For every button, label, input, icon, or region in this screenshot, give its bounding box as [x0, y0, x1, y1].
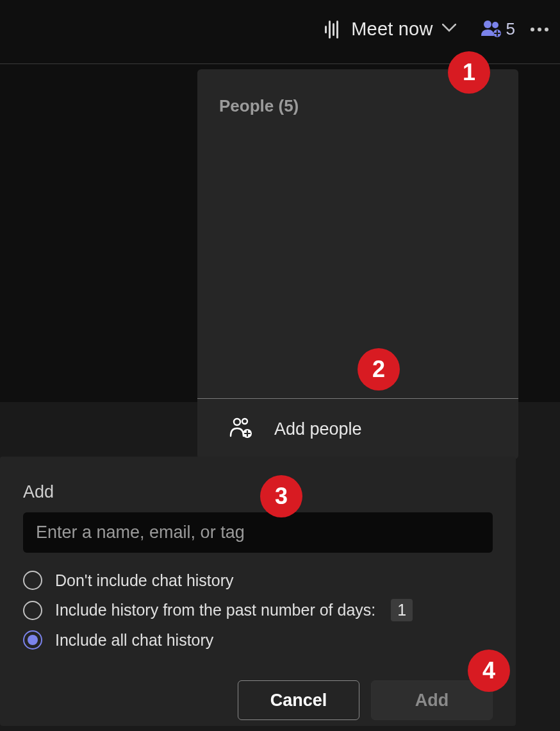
dialog-button-row: Cancel Add: [23, 680, 493, 720]
cancel-button[interactable]: Cancel: [238, 680, 359, 720]
add-people-input[interactable]: [23, 512, 493, 553]
meet-now-label[interactable]: Meet now: [351, 19, 432, 40]
radio-selected-icon: [23, 630, 42, 650]
chevron-down-icon[interactable]: [442, 24, 456, 35]
add-people-button[interactable]: Add people: [197, 399, 518, 459]
radio-no-history[interactable]: Don't include chat history: [23, 571, 493, 590]
annotation-marker-4: 4: [468, 650, 510, 692]
add-people-icon: [229, 417, 254, 441]
participants-count: 5: [506, 19, 515, 39]
radio-icon: [23, 571, 42, 590]
annotation-marker-1: 1: [448, 51, 490, 94]
radio-days-history[interactable]: Include history from the past number of …: [23, 599, 493, 621]
annotation-marker-3: 3: [260, 475, 302, 517]
audio-wave-icon: [325, 21, 338, 38]
people-add-icon: [481, 19, 502, 40]
people-list-area: [197, 143, 518, 398]
add-people-label: Add people: [274, 419, 362, 439]
more-options-button[interactable]: [531, 28, 548, 31]
history-radio-group: Don't include chat history Include histo…: [23, 571, 493, 650]
add-people-dialog: Add Don't include chat history Include h…: [0, 457, 516, 726]
annotation-marker-2: 2: [358, 348, 400, 391]
svg-point-4: [242, 419, 247, 424]
radio-label: Include history from the past number of …: [55, 601, 375, 619]
days-input[interactable]: 1: [391, 599, 413, 621]
add-dialog-title: Add: [23, 482, 493, 502]
svg-point-0: [484, 21, 491, 28]
svg-point-1: [492, 22, 498, 28]
people-panel: People (5) Add people: [197, 69, 518, 459]
svg-point-3: [234, 419, 240, 425]
participants-button[interactable]: 5: [481, 19, 515, 40]
radio-icon: [23, 601, 42, 620]
radio-label: Don't include chat history: [55, 571, 234, 590]
radio-all-history[interactable]: Include all chat history: [23, 630, 493, 650]
radio-label: Include all chat history: [55, 631, 213, 650]
